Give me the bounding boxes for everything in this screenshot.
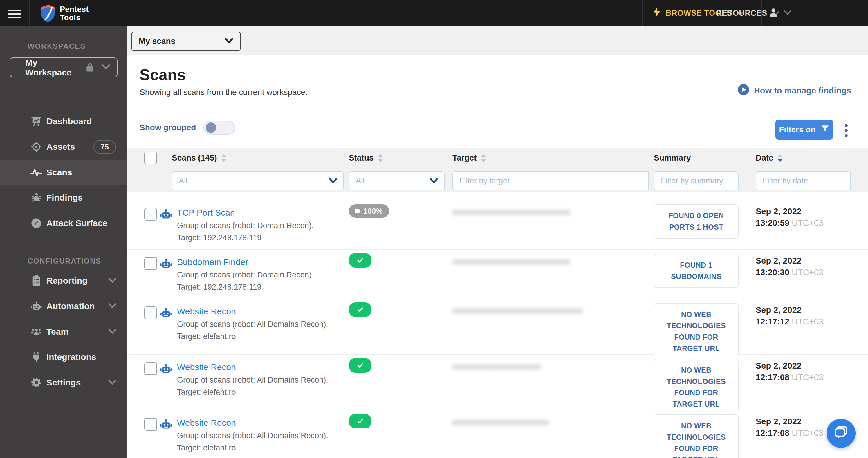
chevron-down-icon (102, 64, 110, 70)
target-redacted-text: xxxxxxxxxxxxxxxxxxxxxxxxxxxx (453, 256, 570, 266)
robot-icon (159, 208, 172, 221)
status-check-pill (349, 358, 371, 373)
scan-row: Website Recon Group of scans (robot: All… (127, 355, 868, 410)
scan-time: 12:17:08 UTC+03 (756, 428, 823, 438)
user-icon (768, 7, 779, 20)
check-icon (356, 306, 364, 313)
sidebar-item-automation[interactable]: Automation (0, 294, 127, 319)
chat-launcher-button[interactable] (827, 419, 856, 448)
scan-date: Sep 2, 2022 (756, 256, 802, 266)
row-checkbox[interactable] (144, 257, 157, 270)
account-menu[interactable] (768, 0, 792, 26)
robot-icon (159, 257, 172, 270)
row-checkbox[interactable] (144, 362, 157, 375)
sidebar-item-scans[interactable]: Scans (0, 160, 127, 185)
scan-title-link[interactable]: Website Recon (177, 418, 236, 428)
pentest-tools-logo[interactable]: Pentest Tools (40, 4, 89, 24)
timezone-value: UTC+03 (792, 218, 823, 227)
scan-time: 13:20:30 UTC+03 (756, 268, 823, 277)
progress-percent: 100% (363, 207, 383, 216)
compass-icon (30, 217, 43, 230)
check-icon (356, 256, 364, 264)
scan-description: Group of scans (robot: Domain Recon). (177, 221, 314, 230)
time-value: 12:17:08 (756, 428, 789, 438)
scan-date: Sep 2, 2022 (756, 417, 802, 426)
lock-icon (86, 62, 94, 73)
scan-date: Sep 2, 2022 (756, 305, 802, 315)
pentest-tools-shield-logo (40, 4, 56, 24)
scan-title-link[interactable]: Website Recon (177, 362, 236, 372)
clipboard-icon (30, 274, 43, 287)
summary-card[interactable]: FOUND 0 OPEN PORTS 1 HOST (654, 204, 739, 239)
target-icon (30, 141, 43, 153)
scan-row: TCP Port Scan Group of scans (robot: Dom… (127, 200, 868, 250)
sidebar-item-reporting[interactable]: Reporting (0, 268, 127, 294)
topbar-divider (29, 0, 30, 26)
scan-row: Subdomain Finder Group of scans (robot: … (127, 250, 868, 299)
sidebar-item-label: Assets (46, 142, 75, 152)
configurations-section-label: CONFIGURATIONS (28, 257, 101, 265)
sidebar-item-label: Attack Surface (46, 218, 107, 228)
scan-date: Sep 2, 2022 (756, 361, 802, 371)
sidebar-item-dashboard[interactable]: Dashboard (0, 109, 127, 134)
sidebar-item-settings[interactable]: Settings (0, 370, 127, 395)
robot-icon (30, 300, 43, 313)
scan-title-link[interactable]: TCP Port Scan (177, 208, 235, 218)
bug-icon (30, 191, 43, 204)
scan-description: Group of scans (robot: Domain Recon). (177, 271, 314, 279)
hamburger-menu-icon[interactable] (7, 8, 22, 18)
sidebar-item-findings[interactable]: Findings (0, 185, 127, 210)
target-redacted-text: xxxxxxxxxxxxxxxxxxxxxxx (453, 417, 549, 427)
time-value: 12:17:08 (756, 373, 789, 382)
timezone-value: UTC+03 (792, 428, 823, 438)
chat-bubble-icon (834, 425, 848, 441)
scan-target-line: Target: elefant.ro (177, 332, 236, 341)
workspace-selector[interactable]: My Workspace (9, 58, 118, 78)
scan-time: 12:17:08 UTC+03 (756, 373, 823, 382)
summary-text: FOUND 1 SUBDOMAINS (660, 259, 732, 282)
pulse-icon (30, 166, 43, 179)
timezone-value: UTC+03 (792, 268, 823, 277)
status-check-pill (349, 253, 371, 268)
sidebar-item-integrations[interactable]: Integrations (0, 344, 127, 370)
scan-target-line: Target: elefant.ro (177, 444, 236, 453)
brand-name-line2: Tools (60, 13, 81, 22)
sidebar-item-label: Scans (46, 167, 72, 177)
scan-title-link[interactable]: Subdomain Finder (177, 257, 248, 267)
row-checkbox[interactable] (144, 306, 157, 319)
workspace-name: My Workspace (25, 58, 86, 78)
topbar-divider (761, 0, 762, 26)
sidebar-item-assets[interactable]: Assets 75 (0, 134, 127, 160)
stop-square-icon (355, 209, 360, 213)
timezone-value: UTC+03 (792, 373, 823, 382)
sidebar-item-label: Reporting (46, 276, 88, 285)
summary-text: FOUND 0 OPEN PORTS 1 HOST (660, 210, 732, 233)
check-icon (356, 362, 364, 369)
assets-count-badge: 75 (93, 140, 116, 154)
row-checkbox[interactable] (144, 418, 157, 431)
time-value: 13:20:59 (756, 218, 789, 227)
summary-card[interactable]: NO WEB TECHNOLOGIES FOUND FOR TARGET URL (654, 415, 739, 458)
sidebar-item-team[interactable]: Team (0, 319, 127, 344)
workspaces-section-label: WORKSPACES (28, 42, 86, 51)
target-redacted-text: xxxxxxxxxxxxxxxxxxxxxxxxxxxxxxx (453, 306, 583, 315)
sidebar-item-label: Findings (46, 193, 83, 203)
scan-target-line: Target: elefant.ro (177, 388, 236, 397)
chevron-down-icon (108, 379, 116, 386)
summary-card[interactable]: FOUND 1 SUBDOMAINS (654, 254, 739, 288)
row-checkbox[interactable] (144, 208, 157, 221)
check-icon (356, 417, 364, 425)
time-value: 12:17:12 (756, 317, 789, 326)
summary-card[interactable]: NO WEB TECHNOLOGIES FOUND FOR TARGET URL (654, 303, 739, 360)
scan-title-link[interactable]: Website Recon (177, 306, 236, 316)
sidebar-item-attack-surface[interactable]: Attack Surface (0, 210, 127, 236)
summary-card[interactable]: NO WEB TECHNOLOGIES FOUND FOR TARGET URL (654, 359, 739, 416)
sidebar-item-label: Settings (46, 377, 81, 388)
resources-label: RESOURCES (716, 9, 767, 18)
scan-description: Group of scans (robot: All Domains Recon… (177, 431, 328, 440)
status-progress-pill: 100% (349, 204, 389, 218)
main-content: My scans Scans Showing all scans from th… (127, 26, 868, 458)
lightning-icon (652, 6, 661, 20)
timezone-value: UTC+03 (792, 317, 823, 326)
scan-target-line: Target: 192.248.178.119 (177, 233, 261, 242)
